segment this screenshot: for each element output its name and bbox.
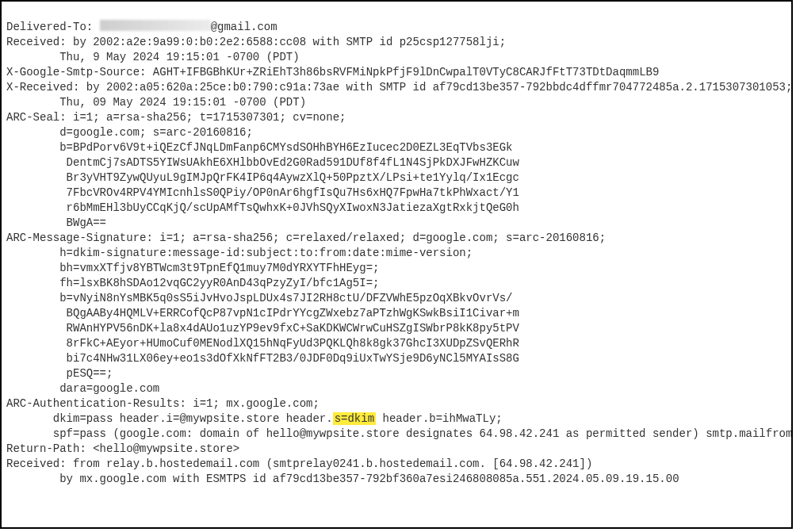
ams-b5: bi7c4NHw31LX06ey+eo1s3dOfXkNfFT2B3/0JDF0… xyxy=(59,352,519,365)
ams-dara: dara=google.com xyxy=(59,382,159,395)
arc-message-signature: ARC-Message-Signature: i=1; a=rsa-sha256… xyxy=(6,232,606,244)
received-by-mx: by mx.google.com with ESMTPS id af79cd13… xyxy=(59,473,679,485)
arc-seal-b5: r6bMmEHl3bUyCCqKjQ/scUpAMfTsQwhxK+0JVhSQ… xyxy=(59,201,519,214)
delivered-to-domain: @gmail.com xyxy=(211,21,277,33)
arc-seal-b: b=BPdPorv6V9t+iQEzCfJNqLDmFanp6CMYsdSOHh… xyxy=(59,141,512,154)
dkim-pass-prefix: dkim=pass header.i=@mywpsite.store heade… xyxy=(53,412,333,425)
arc-seal-b3: Br3yVHT9ZywQUyuL9gIMJpQrFK4IP6q4AywzXlQ+… xyxy=(59,171,519,184)
received-line: Received: by 2002:a2e:9a99:0:b0:2e2:6588… xyxy=(6,36,506,48)
ams-b2: BQgAABy4HQMLV+ERRCofQcP87vpN1cIPdrYYcgZW… xyxy=(59,307,519,320)
ams-b6: pESQ==; xyxy=(59,367,113,380)
dkim-selector-highlight: s=dkim xyxy=(333,412,376,425)
arc-auth-results: ARC-Authentication-Results: i=1; mx.goog… xyxy=(6,397,320,410)
email-headers-block: Delivered-To: @gmail.com Received: by 20… xyxy=(0,0,793,529)
ams-b4: 8rFkC+AEyor+HUmoCuf0MENodlXQ15hNqFyUd3PQ… xyxy=(59,337,519,350)
arc-seal-b6: BWgA== xyxy=(59,216,106,229)
ams-bh: bh=vmxXTfjv8YBTWcm3t9TpnEfQ1muy7M0dYRXYT… xyxy=(59,262,379,274)
redacted-local-part xyxy=(100,20,211,31)
spf-pass: spf=pass (google.com: domain of hello@my… xyxy=(53,427,793,440)
arc-seal-b2: DentmCj7sADTS5YIWsUAkhE6XHlbbOvEd2G0Rad5… xyxy=(59,156,519,169)
ams-fh: fh=lsxBK8hSDAo12vqGC2yyR0AnD43qPzyZyI/bf… xyxy=(59,277,379,289)
return-path: Return-Path: <hello@mywpsite.store> xyxy=(6,442,239,455)
received-from-relay: Received: from relay.b.hostedemail.com (… xyxy=(6,457,592,470)
delivered-to-label: Delivered-To: xyxy=(6,21,100,33)
ams-b: b=vNyiN8nYsMBK5q0sS5iJvHvoJspLDUx4s7JI2R… xyxy=(59,292,512,304)
dkim-pass-suffix: header.b=ihMwaTLy; xyxy=(376,412,503,425)
ams-h: h=dkim-signature:message-id:subject:to:f… xyxy=(59,247,473,259)
arc-seal-start: ARC-Seal: i=1; a=rsa-sha256; t=171530730… xyxy=(6,111,346,124)
ams-b3: RWAnHYPV56nDK+la8x4dAUo1uzYP9ev9fxC+SaKD… xyxy=(59,322,519,335)
received-date: Thu, 9 May 2024 19:15:01 -0700 (PDT) xyxy=(59,51,299,63)
x-received-date: Thu, 09 May 2024 19:15:01 -0700 (PDT) xyxy=(59,96,306,109)
arc-seal-b4: 7FbcVROv4RPV4YMIcnhlsS0QPiy/OP0nAr6hgfIs… xyxy=(59,186,519,199)
x-google-smtp-source: X-Google-Smtp-Source: AGHT+IFBGBhKUr+ZRi… xyxy=(6,66,659,78)
x-received: X-Received: by 2002:a05:620a:25ce:b0:790… xyxy=(6,81,792,94)
arc-seal-d: d=google.com; s=arc-20160816; xyxy=(59,126,253,139)
